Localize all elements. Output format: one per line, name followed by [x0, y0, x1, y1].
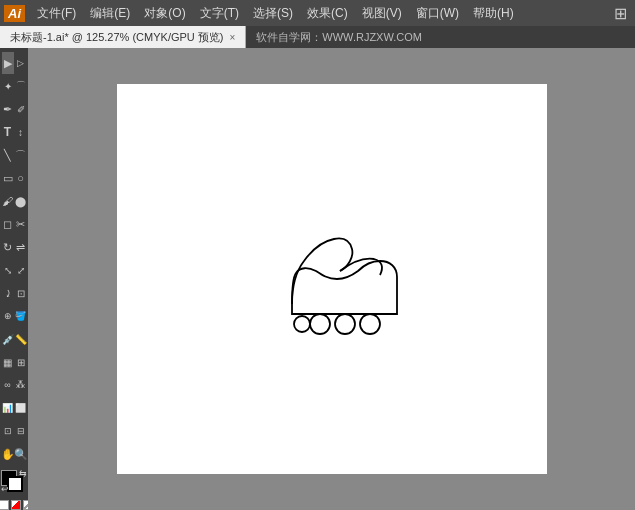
svg-point-3: [294, 316, 310, 332]
canvas: [117, 84, 547, 474]
add-anchor-tool[interactable]: ✐: [15, 98, 27, 120]
zoom-tool[interactable]: 🔍: [15, 443, 27, 465]
mesh-tool[interactable]: ⊞: [15, 351, 27, 373]
reflect-tool[interactable]: ⇌: [15, 236, 27, 258]
menu-view[interactable]: 视图(V): [356, 3, 408, 24]
shape-builder-tool[interactable]: ⊕: [2, 305, 14, 327]
menu-effect[interactable]: 效果(C): [301, 3, 354, 24]
rectangle-tool[interactable]: ▭: [2, 167, 14, 189]
selection-tool[interactable]: ▶: [2, 52, 14, 74]
brush-tools: 🖌 ⬤: [2, 190, 27, 212]
svg-point-0: [310, 314, 330, 334]
tab-bar: 未标题-1.ai* @ 125.27% (CMYK/GPU 预览) × 软件自学…: [0, 26, 635, 48]
scale-tool[interactable]: ⤡: [2, 259, 14, 281]
blend-tools: ∞ ⁂: [2, 374, 27, 396]
selection-tools: ▶ ▷: [2, 52, 27, 74]
line-tools: ╲ ⌒: [2, 144, 27, 166]
slice-tools: ⊡ ⊟: [2, 420, 27, 442]
live-paint-tool[interactable]: 🪣: [15, 305, 27, 327]
hand-tool[interactable]: ✋: [2, 443, 14, 465]
tab-title: 未标题-1.ai* @ 125.27% (CMYK/GPU 预览): [10, 30, 224, 45]
direct-selection-tool[interactable]: ▷: [15, 52, 27, 74]
vertical-type-tool[interactable]: ↕: [15, 121, 27, 143]
perspective-tools: 💉 📏: [2, 328, 27, 350]
title-bar: Ai 文件(F) 编辑(E) 对象(O) 文字(T) 选择(S) 效果(C) 视…: [0, 0, 635, 26]
scale-tools: ⤡ ⤢: [2, 259, 27, 281]
pen-tool[interactable]: ✒: [2, 98, 14, 120]
app-logo: Ai: [4, 5, 25, 22]
main-area: ▶ ▷ ✦ ⌒ ✒ ✐ T ↕ ╲ ⌒ ▭ ○ 🖌 ⬤ ◻ ✂: [0, 48, 635, 510]
scissors-tool[interactable]: ✂: [15, 213, 27, 235]
arc-tool[interactable]: ⌒: [15, 144, 27, 166]
svg-point-1: [335, 314, 355, 334]
eraser-tool[interactable]: ◻: [2, 213, 14, 235]
ellipse-tool[interactable]: ○: [15, 167, 27, 189]
menu-select[interactable]: 选择(S): [247, 3, 299, 24]
warp-tool[interactable]: ⤸: [2, 282, 14, 304]
gradient-button[interactable]: [11, 500, 21, 510]
warp-tools: ⤸ ⊡: [2, 282, 27, 304]
canvas-area: [28, 48, 635, 510]
swap-colors-icon[interactable]: ⇆: [19, 468, 27, 478]
navigate-tools: ✋ 🔍: [2, 443, 27, 465]
shear-tool[interactable]: ⤢: [15, 259, 27, 281]
fill-tools: ▦ ⊞: [2, 351, 27, 373]
default-colors-icon[interactable]: ↩: [1, 484, 9, 494]
symbol-sprayer-tool[interactable]: ⁂: [15, 374, 27, 396]
tab-info: 软件自学网：WWW.RJZXW.COM: [246, 26, 635, 48]
stroke-fill-indicator[interactable]: ⇆ ↩: [1, 470, 27, 494]
free-transform-tool[interactable]: ⊡: [15, 282, 27, 304]
blend-tool[interactable]: ∞: [2, 374, 14, 396]
eyedropper-tool[interactable]: 💉: [2, 328, 14, 350]
rotate-tools: ↻ ⇌: [2, 236, 27, 258]
menu-file[interactable]: 文件(F): [31, 3, 82, 24]
stroke-color-box[interactable]: [7, 476, 23, 492]
blob-brush-tool[interactable]: ⬤: [15, 190, 27, 212]
active-tab[interactable]: 未标题-1.ai* @ 125.27% (CMYK/GPU 预览) ×: [0, 26, 246, 48]
gradient-tool[interactable]: ▦: [2, 351, 14, 373]
rotate-tool[interactable]: ↻: [2, 236, 14, 258]
menu-edit[interactable]: 编辑(E): [84, 3, 136, 24]
pen-tools: ✒ ✐: [2, 98, 27, 120]
type-tools: T ↕: [2, 121, 27, 143]
color-mode-buttons: [0, 500, 28, 510]
column-graph-tool[interactable]: 📊: [2, 397, 14, 419]
slice-tool[interactable]: ⊡: [2, 420, 14, 442]
shape-tools: ▭ ○: [2, 167, 27, 189]
lasso-tool[interactable]: ⌒: [15, 75, 27, 97]
lasso-tools: ✦ ⌒: [2, 75, 27, 97]
color-button[interactable]: [0, 500, 9, 510]
menu-object[interactable]: 对象(O): [138, 3, 191, 24]
magic-wand-tool[interactable]: ✦: [2, 75, 14, 97]
line-tool[interactable]: ╲: [2, 144, 14, 166]
menu-window[interactable]: 窗口(W): [410, 3, 465, 24]
toolbar: ▶ ▷ ✦ ⌒ ✒ ✐ T ↕ ╲ ⌒ ▭ ○ 🖌 ⬤ ◻ ✂: [0, 48, 28, 510]
menu-text[interactable]: 文字(T): [194, 3, 245, 24]
paintbrush-tool[interactable]: 🖌: [2, 190, 14, 212]
menu-help[interactable]: 帮助(H): [467, 3, 520, 24]
website-info: 软件自学网：WWW.RJZXW.COM: [256, 30, 422, 45]
artwork-canvas: [232, 209, 432, 349]
tab-close-button[interactable]: ×: [230, 32, 236, 43]
window-grid-icon[interactable]: ⊞: [610, 4, 631, 23]
graph-tools: 📊 ⬜: [2, 397, 27, 419]
svg-point-2: [360, 314, 380, 334]
color-area: ⇆ ↩: [0, 466, 28, 510]
slice-select-tool[interactable]: ⊟: [15, 420, 27, 442]
menu-bar: 文件(F) 编辑(E) 对象(O) 文字(T) 选择(S) 效果(C) 视图(V…: [31, 3, 610, 24]
measure-tool[interactable]: 📏: [15, 328, 27, 350]
type-tool[interactable]: T: [2, 121, 14, 143]
shape-builder-tools: ⊕ 🪣: [2, 305, 27, 327]
eraser-tools: ◻ ✂: [2, 213, 27, 235]
artboard-tool[interactable]: ⬜: [15, 397, 27, 419]
